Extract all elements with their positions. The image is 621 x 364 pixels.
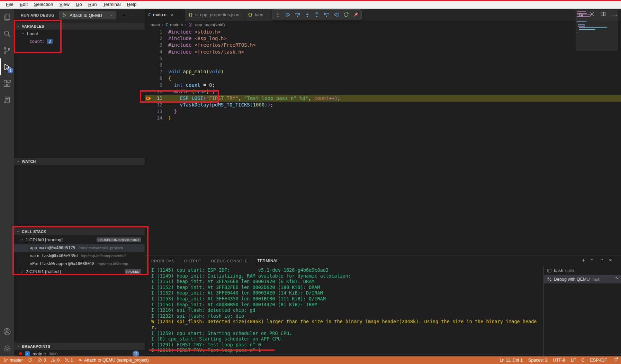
stack-frame[interactable]: app_main@0x400d5175/root/test/sample_pro… xyxy=(14,244,145,252)
step-into-button[interactable] xyxy=(303,10,312,19)
breakpoint-row[interactable]: ✓ main.c main 11 xyxy=(14,350,145,356)
code-line-6[interactable]: 6 xyxy=(145,62,621,68)
panel-tab-terminal[interactable]: TERMINAL xyxy=(257,256,279,265)
menu-edit[interactable]: Edit xyxy=(17,2,31,7)
panel-tab-problems[interactable]: PROBLEMS xyxy=(151,257,175,265)
code-line-13[interactable]: 13 } xyxy=(145,108,621,115)
activity-item-source-control-icon[interactable] xyxy=(0,42,14,58)
gutter[interactable]: 14 xyxy=(145,115,168,121)
variable-count-row[interactable]: count: 2 xyxy=(14,37,145,45)
code-line-3[interactable]: 3#include <freertos/FreeRTOS.h> xyxy=(145,42,621,48)
gutter[interactable]: 6 xyxy=(145,62,168,68)
menu-terminal[interactable]: Terminal xyxy=(100,2,124,7)
menu-run[interactable]: Run xyxy=(85,2,100,7)
close-panel-icon[interactable]: × xyxy=(609,257,612,263)
breadcrumb-item[interactable]: main.c xyxy=(170,22,183,27)
menu-selection[interactable]: Selection xyxy=(31,2,56,7)
debug-settings-gear-icon[interactable] xyxy=(122,12,127,18)
breadcrumb-item[interactable]: app_main(void) xyxy=(195,22,225,27)
gutter[interactable]: 10 xyxy=(145,88,168,95)
gutter[interactable]: 13 xyxy=(145,108,168,115)
gutter[interactable]: 1 xyxy=(145,29,168,35)
disconnect-button[interactable] xyxy=(351,10,360,19)
stack-frame[interactable]: vPortTaskWrapper@0x40088018/opt/esp-idf/… xyxy=(14,260,145,268)
notifications-bell-icon[interactable] xyxy=(613,358,618,363)
status-item[interactable]: UTF-8 xyxy=(553,358,565,363)
tab-laun[interactable]: {}laun xyxy=(244,9,273,21)
gutter[interactable]: 3 xyxy=(145,42,168,48)
status-item[interactable]: 0 xyxy=(37,358,46,363)
chevron-down-icon[interactable] xyxy=(109,13,114,17)
code-line-4[interactable]: 4#include <freertos/task.h> xyxy=(145,49,621,55)
gutter[interactable]: 12 xyxy=(145,102,168,108)
code-line-10[interactable]: 10 while (true) { xyxy=(145,88,621,95)
code-line-11[interactable]: 11 ESP_LOGI("FIRST TRY", "Test loop pass… xyxy=(145,95,621,102)
panel-tab-debug-console[interactable]: DEBUG CONSOLE xyxy=(211,257,248,265)
code-line-9[interactable]: 9 int count = 0; xyxy=(145,82,621,88)
status-item[interactable]: ESP-IDF xyxy=(590,358,607,363)
activity-item-accounts-icon[interactable] xyxy=(0,323,14,340)
gutter[interactable]: 5 xyxy=(145,55,168,62)
variables-scope-local[interactable]: Local xyxy=(14,30,145,37)
terminal-list-item[interactable]: bashbuild xyxy=(544,266,621,275)
gutter[interactable]: 8 xyxy=(145,75,168,82)
code-line-12[interactable]: 12 vTaskDelay(pdMS_TO_TICKS(1000)); xyxy=(145,102,621,108)
breakpoint-checkbox[interactable]: ✓ xyxy=(25,351,30,356)
gutter[interactable]: 4 xyxy=(145,49,168,55)
minimap[interactable] xyxy=(576,10,618,62)
watch-section-header[interactable]: WATCH xyxy=(14,157,145,165)
status-item[interactable]: LF xyxy=(571,358,576,363)
status-item[interactable]: 0 xyxy=(51,358,60,363)
variables-section-header[interactable]: VARIABLES xyxy=(14,22,145,30)
menu-file[interactable]: File xyxy=(3,2,17,7)
code-line-2[interactable]: 2#include <esp_log.h> xyxy=(145,35,621,42)
menu-help[interactable]: Help xyxy=(124,2,140,7)
views-more-actions-icon[interactable]: ··· xyxy=(132,12,138,18)
step-over-button[interactable] xyxy=(293,10,302,19)
call-stack-section-header[interactable]: CALL STACK xyxy=(14,227,145,235)
gutter[interactable]: 7 xyxy=(145,68,168,75)
call-stack-thread[interactable]: 2:CPU#1 [halted ]PAUSED xyxy=(14,268,145,276)
status-item[interactable]: Spaces: 2 xyxy=(528,358,548,363)
reverse-continue-button[interactable] xyxy=(332,10,341,19)
panel-tab-output[interactable]: OUTPUT xyxy=(184,257,202,265)
status-item[interactable] xyxy=(28,358,33,363)
code-line-8[interactable]: 8{ xyxy=(145,75,621,82)
activity-item-esp-idf-explorer-icon[interactable] xyxy=(0,92,14,108)
status-item[interactable]: master xyxy=(3,358,23,363)
breadcrumb-item[interactable]: main xyxy=(151,22,160,27)
activity-item-run-and-debug-icon[interactable]: 1 xyxy=(0,58,14,75)
status-item[interactable]: C xyxy=(582,358,585,363)
start-debug-icon[interactable] xyxy=(62,12,67,18)
code-line-7[interactable]: 7void app_main(void) xyxy=(145,68,621,75)
call-stack-thread[interactable]: 1:CPU#0 [running]PAUSED ON BREAKPOINT xyxy=(14,236,145,244)
maximize-panel-icon[interactable] xyxy=(599,257,604,263)
new-terminal-plus-icon[interactable]: + xyxy=(582,257,585,263)
activity-item-manage-gear-icon[interactable] xyxy=(0,340,14,356)
gutter[interactable]: 2 xyxy=(145,35,168,42)
status-item[interactable]: Ln 11, Col 1 xyxy=(500,358,523,363)
restart-button[interactable] xyxy=(342,10,350,19)
terminal-output[interactable]: I (1145) cpu_start: ESP-IDF: v5.1-dev-16… xyxy=(151,267,541,355)
status-item[interactable]: 1 xyxy=(64,358,73,363)
continue-button[interactable] xyxy=(284,10,292,19)
terminal-list-item[interactable]: Debug with QEMUTask xyxy=(544,275,621,283)
step-out-button[interactable] xyxy=(313,10,321,19)
code-line-5[interactable]: 5 xyxy=(145,55,621,62)
activity-item-explorer-icon[interactable] xyxy=(0,9,14,25)
activity-item-search-icon[interactable] xyxy=(0,25,14,42)
gutter[interactable]: 11 xyxy=(145,95,168,102)
terminal-dropdown-chevron-icon[interactable] xyxy=(590,257,595,263)
launch-config-dropdown[interactable]: Attach to QEMU xyxy=(58,11,117,20)
menu-view[interactable]: View xyxy=(56,2,73,7)
drag-grip-button[interactable] xyxy=(274,10,282,19)
step-back-button[interactable] xyxy=(322,10,331,19)
tab-c_cpp_properties.json[interactable]: {}c_cpp_properties.json xyxy=(185,9,244,21)
launch-config-value[interactable]: Attach to QEMU xyxy=(70,13,107,18)
tab-main.c[interactable]: Cmain.c× xyxy=(145,9,185,21)
status-item[interactable]: Attach to QEMU (sample_project) xyxy=(78,358,149,363)
activity-item-extensions-icon[interactable] xyxy=(0,75,14,92)
stack-frame[interactable]: main_task@0x400e535d/opt/esp-idf/compone… xyxy=(14,252,145,260)
code-editor[interactable]: 1#include <stdio.h>2#include <esp_log.h>… xyxy=(145,29,621,255)
close-icon[interactable]: × xyxy=(171,12,174,18)
